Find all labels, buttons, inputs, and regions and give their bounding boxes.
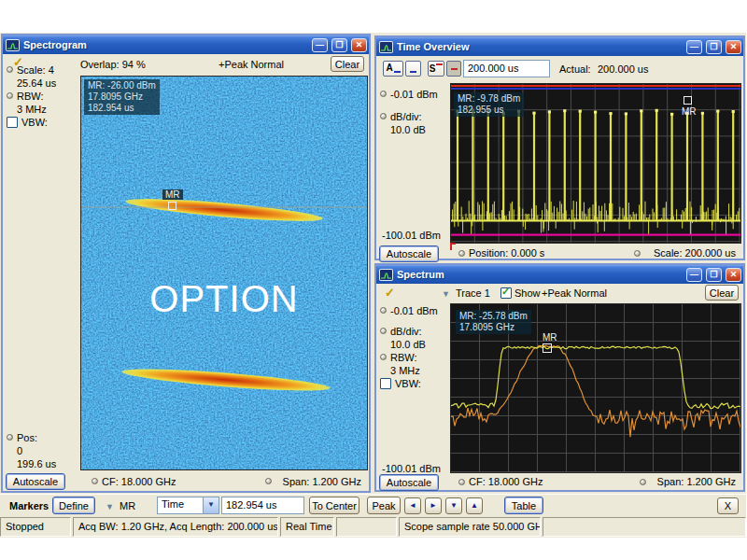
marker-mr-label: MR <box>543 332 557 343</box>
spectrum-title: Spectrum <box>397 269 683 280</box>
time-overview-plot[interactable]: MR: -9.78 dBm 182.955 us MR <box>450 83 741 244</box>
autoscale-button[interactable]: Autoscale <box>6 473 65 490</box>
peak-higher-button[interactable]: ▲ <box>466 497 483 514</box>
to-center-button[interactable]: To Center <box>309 497 359 514</box>
top-dbm-label: -0.01 dBm <box>390 89 438 101</box>
minimize-icon[interactable]: — <box>686 268 702 282</box>
vbw-checkbox[interactable] <box>380 378 391 389</box>
detection-label: +Peak Normal <box>218 59 284 71</box>
dbdiv-spinner[interactable] <box>380 113 387 119</box>
autoscale-button[interactable]: Autoscale <box>379 245 439 262</box>
span-spinner[interactable] <box>640 479 646 485</box>
show-label: Show <box>514 287 541 300</box>
spectrogram-titlebar[interactable]: Spectrogram — ❐ ✕ <box>3 35 369 54</box>
define-button[interactable]: Define <box>52 497 95 514</box>
peak-button[interactable]: Peak <box>367 497 401 514</box>
trace-dropdown-icon[interactable]: ▼ <box>442 289 450 299</box>
spectrum-plot[interactable]: MR: -25.78 dBm 17.8095 GHz MR <box>450 303 741 473</box>
scale-spinner[interactable] <box>7 66 13 73</box>
pos-spinner[interactable] <box>7 434 13 441</box>
dbdiv-spinner[interactable] <box>380 328 387 334</box>
analysis-offset-button[interactable] <box>405 61 421 77</box>
close-markers-button[interactable]: X <box>717 497 739 514</box>
status-bar: Stopped Acq BW: 1.20 GHz, Acq Length: 20… <box>0 516 746 537</box>
spectrum-offset-button[interactable] <box>446 61 461 77</box>
trace-label: Trace 1 <box>456 287 490 300</box>
maximize-icon[interactable]: ❐ <box>706 40 722 54</box>
rbw-label: RBW: <box>17 91 44 103</box>
position-label: Position: 0.000 s <box>469 247 544 259</box>
vbw-label: VBW: <box>21 117 48 129</box>
dbdiv-value: 10.0 dB <box>390 124 426 136</box>
rbw-spinner[interactable] <box>7 92 13 99</box>
time-overview-window: Time Overview — ❐ ✕ A S 200.000 us Actua… <box>374 35 745 260</box>
clear-button[interactable]: Clear <box>705 285 739 301</box>
option-watermark: OPTION <box>81 278 367 320</box>
spectrum-body: ✓ ▼ Trace 1 ✓ Show +Peak Normal Clear -0… <box>376 284 743 490</box>
scale-spinner[interactable] <box>634 250 641 257</box>
markers-label: Markers <box>9 500 49 512</box>
minimize-icon[interactable]: — <box>686 40 702 54</box>
marker-mr-handle[interactable] <box>543 343 552 353</box>
marker-readout: MR: -25.78 dBm 17.8095 GHz <box>456 310 531 334</box>
dbdiv-value: 10.0 dB <box>390 339 426 351</box>
marker-readout: MR: -9.78 dBm 182.955 us <box>454 92 524 117</box>
analysis-time-letter: A <box>386 63 392 73</box>
span-label: Span: 1.200 GHz <box>283 476 361 488</box>
pos-value-start: 0 <box>17 445 22 457</box>
blue-dash-icon <box>394 71 401 73</box>
spectrogram-body: ✓ Overlap: 94 % +Peak Normal Clear Scale… <box>3 54 369 491</box>
red-dash-icon <box>436 63 443 65</box>
marker-readout-time: 182.954 us <box>88 103 156 114</box>
minimize-icon[interactable]: — <box>312 38 328 52</box>
marker-mr-label: MR <box>682 106 697 117</box>
clear-button[interactable]: Clear <box>331 56 364 72</box>
analysis-length-input[interactable]: 200.000 us <box>463 60 550 77</box>
table-button[interactable]: Table <box>504 497 543 514</box>
time-overview-titlebar[interactable]: Time Overview — ❐ ✕ <box>376 37 743 56</box>
panel-check-icon: ✓ <box>385 287 395 299</box>
top-dbm-label: -0.01 dBm <box>390 305 438 317</box>
select-dropdown-icon[interactable]: ▼ <box>203 497 218 513</box>
close-icon[interactable]: ✕ <box>351 38 367 52</box>
red-dash-icon <box>451 68 458 70</box>
marker-mr-handle[interactable] <box>684 96 692 105</box>
time-overview-title: Time Overview <box>397 41 683 52</box>
maximize-icon[interactable]: ❐ <box>706 268 722 282</box>
rbw-spinner[interactable] <box>380 354 387 360</box>
marker-select-dropdown-icon[interactable]: ▼ <box>106 502 114 511</box>
position-spinner[interactable] <box>458 250 465 257</box>
spectrum-time-letter: S <box>430 63 436 74</box>
marker-domain-value: Time <box>158 497 203 513</box>
peak-lower-button[interactable]: ▼ <box>445 497 462 514</box>
vbw-checkbox[interactable] <box>7 117 18 128</box>
spectrogram-title: Spectrogram <box>23 39 308 50</box>
spectrogram-plot[interactable]: MR: -26.00 dBm 17.8095 GHz 182.954 us OP… <box>80 76 368 470</box>
peak-right-button[interactable]: ► <box>425 497 442 514</box>
close-icon[interactable]: ✕ <box>726 40 741 54</box>
maximize-icon[interactable]: ❐ <box>331 38 347 52</box>
trigger-tick-icon <box>450 243 456 250</box>
cf-spinner[interactable] <box>92 478 98 484</box>
peak-left-button[interactable]: ◄ <box>404 497 421 514</box>
status-sample-rate: Scope sample rate 50.000 GHz <box>399 517 541 537</box>
cf-spinner[interactable] <box>458 479 465 485</box>
close-icon[interactable]: ✕ <box>726 268 741 282</box>
autoscale-button[interactable]: Autoscale <box>379 474 439 491</box>
screenshot-stage: Spectrogram — ❐ ✕ ✓ Overlap: 94 % +Peak … <box>0 0 747 560</box>
actual-label: Actual: <box>559 63 591 76</box>
marker-value-input[interactable]: 182.954 us <box>221 497 304 514</box>
show-checkbox[interactable]: ✓ <box>500 287 512 299</box>
spectrum-titlebar[interactable]: Spectrum — ❐ ✕ <box>376 265 743 284</box>
pos-label: Pos: <box>17 432 37 444</box>
marker-domain-select[interactable]: Time ▼ <box>157 497 219 514</box>
ref-level-spinner[interactable] <box>380 91 387 97</box>
rbw-value: 3 MHz <box>390 365 420 377</box>
marker-mr-handle[interactable] <box>168 202 176 210</box>
analysis-time-button[interactable]: A <box>383 61 403 77</box>
overlap-label: Overlap: 94 % <box>80 59 146 71</box>
spectrum-time-button[interactable]: S <box>428 61 444 77</box>
span-spinner[interactable] <box>265 478 272 484</box>
scale-label: Scale: 200.000 us <box>654 247 736 259</box>
ref-level-spinner[interactable] <box>380 307 387 314</box>
